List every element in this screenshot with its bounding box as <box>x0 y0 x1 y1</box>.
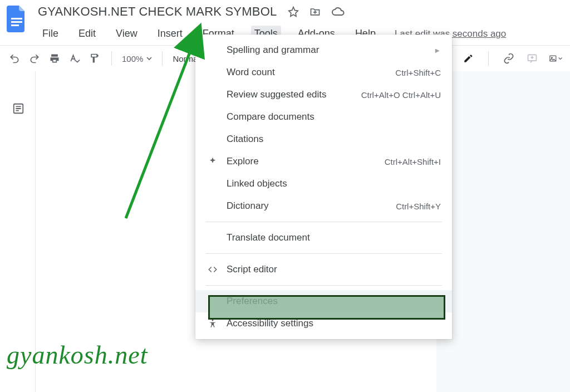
star-icon[interactable] <box>288 6 299 17</box>
tools-item-compare[interactable]: Compare documents <box>195 106 452 128</box>
svg-point-5 <box>552 57 553 58</box>
menu-separator <box>205 222 442 222</box>
menu-file[interactable]: File <box>39 26 62 42</box>
zoom-value: 100% <box>122 54 143 63</box>
menu-item-label: Spelling and grammar <box>227 45 319 56</box>
submenu-arrow-icon: ► <box>434 46 441 55</box>
menu-item-label: Explore <box>227 156 259 167</box>
tools-item-script-editor[interactable]: Script editor <box>195 258 452 281</box>
move-folder-icon[interactable] <box>309 6 321 17</box>
accessibility-icon <box>207 318 219 329</box>
menu-item-label: Translate document <box>227 232 310 243</box>
explore-icon <box>207 156 219 166</box>
tools-item-translate[interactable]: Translate document <box>195 227 452 249</box>
menu-edit[interactable]: Edit <box>75 26 99 42</box>
svg-rect-2 <box>11 24 19 26</box>
code-icon <box>207 264 219 275</box>
tools-item-explore[interactable]: Explore Ctrl+Alt+Shift+I <box>195 150 452 173</box>
cloud-status-icon[interactable] <box>331 6 345 17</box>
annotation-highlight-preferences <box>208 295 445 320</box>
menu-item-label: Word count <box>227 67 275 78</box>
watermark-text: gyankosh.net <box>7 340 148 370</box>
edit-mode-icon[interactable] <box>461 52 475 65</box>
tools-item-spelling[interactable]: Spelling and grammar ► <box>195 39 452 61</box>
menu-item-label: Compare documents <box>227 111 315 122</box>
menu-insert[interactable]: Insert <box>154 26 186 42</box>
document-title[interactable]: GYANKOSH.NET CHECK MARK SYMBOL <box>38 4 277 19</box>
tools-item-wordcount[interactable]: Word count Ctrl+Shift+C <box>195 61 452 84</box>
menu-shortcut: Ctrl+Shift+C <box>395 68 441 77</box>
menu-view[interactable]: View <box>112 26 141 42</box>
print-icon[interactable] <box>48 52 61 65</box>
tools-item-citations[interactable]: Citations <box>195 128 452 150</box>
menu-item-label: Accessibility settings <box>227 318 313 329</box>
redo-icon[interactable] <box>28 52 41 65</box>
menu-separator <box>205 285 442 286</box>
menu-item-label: Review suggested edits <box>227 89 327 100</box>
menu-shortcut: Ctrl+Alt+Shift+I <box>385 157 441 166</box>
menu-separator <box>205 253 442 254</box>
menu-shortcut: Ctrl+Shift+Y <box>396 202 441 211</box>
toolbar-separator <box>488 51 489 66</box>
chevron-down-icon <box>558 56 562 61</box>
undo-icon[interactable] <box>8 52 21 65</box>
menu-item-label: Script editor <box>227 264 277 275</box>
svg-rect-1 <box>11 21 22 23</box>
docs-app-icon[interactable] <box>6 4 28 33</box>
menu-item-label: Linked objects <box>227 178 287 189</box>
spellcheck-icon[interactable] <box>68 52 81 65</box>
menu-shortcut: Ctrl+Alt+O Ctrl+Alt+U <box>361 90 441 100</box>
toolbar-separator <box>111 51 112 66</box>
paint-format-icon[interactable] <box>88 52 101 65</box>
tools-item-review-edits[interactable]: Review suggested edits Ctrl+Alt+O Ctrl+A… <box>195 84 452 106</box>
zoom-selector[interactable]: 100% <box>122 54 152 63</box>
svg-rect-0 <box>11 18 22 19</box>
menu-item-label: Citations <box>227 134 263 145</box>
insert-link-icon[interactable] <box>502 52 515 65</box>
insert-comment-icon[interactable] <box>525 52 539 65</box>
document-outline-icon[interactable] <box>12 102 24 117</box>
insert-image-icon[interactable] <box>549 52 562 65</box>
tools-dropdown: Spelling and grammar ► Word count Ctrl+S… <box>195 35 452 339</box>
toolbar-separator <box>162 51 163 66</box>
tools-item-dictionary[interactable]: Dictionary Ctrl+Shift+Y <box>195 195 452 217</box>
menu-item-label: Dictionary <box>227 200 269 212</box>
tools-item-linked-objects[interactable]: Linked objects <box>195 173 452 195</box>
chevron-down-icon <box>146 56 152 61</box>
